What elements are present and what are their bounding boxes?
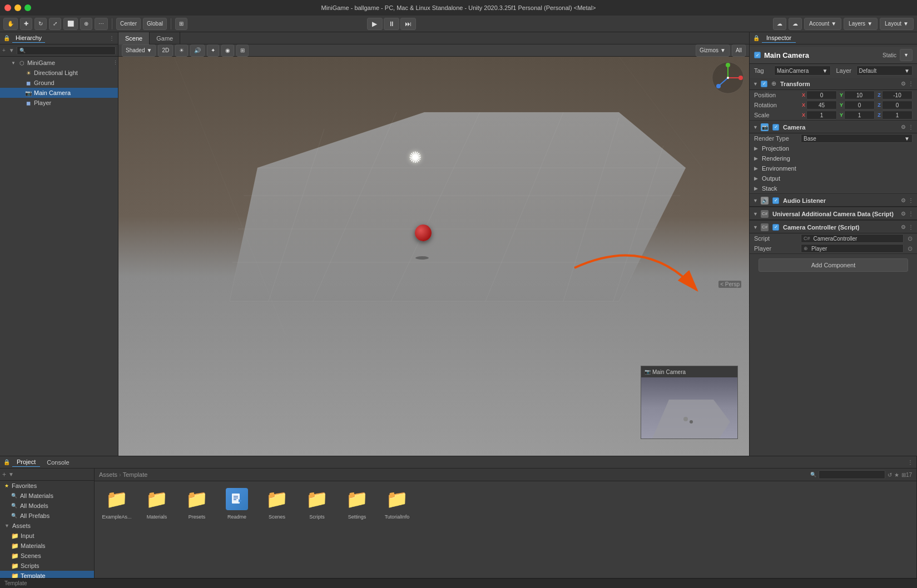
asset-settings[interactable]: 📁 Settings <box>339 486 375 520</box>
universal-header[interactable]: ▼ C# Universal Additional Camera Data (S… <box>750 208 917 220</box>
add-hierarchy-btn[interactable]: + <box>2 47 6 53</box>
project-star[interactable]: ★ <box>894 472 899 478</box>
add-component-button[interactable]: Add Component <box>759 258 908 272</box>
layers-dropdown[interactable]: Layers ▼ <box>844 18 878 30</box>
hierarchy-item-dirlight[interactable]: ☀ Directional Light <box>0 68 118 78</box>
account-dropdown[interactable]: Account ▼ <box>804 18 841 30</box>
sidebar-scenes[interactable]: 📁 Scenes <box>0 551 94 561</box>
script-field[interactable]: C# CameraController <box>801 234 904 243</box>
effects-toggle[interactable]: ✦ <box>207 44 219 57</box>
rendertype-dropdown[interactable]: Base ▼ <box>801 134 913 143</box>
asset-materials[interactable]: 📁 Materials <box>139 486 175 520</box>
scale-y-input[interactable]: 1 <box>844 111 875 119</box>
scale-z-input[interactable]: 1 <box>882 111 913 119</box>
game-tab[interactable]: Game <box>150 32 180 44</box>
sidebar-all-models[interactable]: 🔍 All Models <box>0 501 94 511</box>
project-lock-icon[interactable]: 🔒 <box>3 459 10 465</box>
inspector-tab[interactable]: Inspector <box>762 33 796 43</box>
rotation-z-input[interactable]: 0 <box>882 101 913 109</box>
collab-button[interactable]: ☁ <box>773 18 786 30</box>
rotate-tool[interactable]: ↻ <box>34 18 47 30</box>
universal-settings[interactable]: ⚙ <box>901 211 906 217</box>
transform-enabled[interactable]: ✓ <box>761 81 767 87</box>
audio-header[interactable]: ▼ 🔊 ✓ Audio Listener ⚙ ⋮ <box>750 195 917 207</box>
gameobject-active-checkbox[interactable]: ✓ <box>754 52 761 58</box>
scale-x-input[interactable]: 1 <box>806 111 837 119</box>
sidebar-template[interactable]: 📁 Template <box>0 571 94 578</box>
maximize-button[interactable] <box>24 4 31 11</box>
sidebar-all-materials[interactable]: 🔍 All Materials <box>0 491 94 501</box>
position-x-input[interactable]: 0 <box>806 91 837 99</box>
asset-presets[interactable]: 📁 Presets <box>179 486 215 520</box>
output-row[interactable]: ▶ Output <box>750 173 917 183</box>
hierarchy-tab[interactable]: Hierarchy <box>12 33 45 43</box>
inspector-lock[interactable]: 🔒 <box>753 35 760 41</box>
script-pick-btn[interactable]: ⊙ <box>908 235 913 242</box>
camera-settings[interactable]: ⚙ <box>901 124 906 130</box>
close-button[interactable] <box>4 4 11 11</box>
lighting-toggle[interactable]: ☀ <box>175 44 188 57</box>
play-button[interactable]: ▶ <box>367 18 383 30</box>
layer-dropdown[interactable]: Default ▼ <box>856 66 913 76</box>
static-dropdown[interactable]: ▼ <box>900 49 913 61</box>
sidebar-favorites[interactable]: ★ Favorites <box>0 481 94 491</box>
sidebar-materials[interactable]: 📁 Materials <box>0 541 94 551</box>
sidebar-input[interactable]: 📁 Input <box>0 531 94 541</box>
2d-toggle[interactable]: 2D <box>158 44 173 57</box>
scene-tab[interactable]: Scene <box>118 32 150 44</box>
audio-toggle[interactable]: 🔊 <box>190 44 205 57</box>
grid-tool[interactable]: ⊞ <box>175 18 187 30</box>
player-field[interactable]: ⊕ Player <box>801 244 904 253</box>
hierarchy-more[interactable]: ⋮ <box>109 35 115 41</box>
project-more[interactable]: ⋮ <box>908 459 913 465</box>
controller-settings[interactable]: ⚙ <box>901 224 906 230</box>
search-scene-btn[interactable]: All <box>732 44 746 57</box>
console-tab[interactable]: Console <box>42 458 73 467</box>
transform-header[interactable]: ▼ ✓ ⊕ Transform ⚙ ⋮ <box>750 78 917 90</box>
stack-row[interactable]: ▶ Stack <box>750 183 917 193</box>
center-toggle[interactable]: Center <box>116 18 141 30</box>
audio-enabled[interactable]: ✓ <box>772 197 779 204</box>
tag-dropdown[interactable]: MainCamera ▼ <box>774 66 831 76</box>
hierarchy-item-minigame[interactable]: ▼ ⬡ MiniGame ⋮ <box>0 58 118 68</box>
asset-readme[interactable]: Readme <box>219 486 255 520</box>
add-asset-btn[interactable]: + <box>2 471 6 479</box>
scene-hidden-toggle[interactable]: ◉ <box>221 44 234 57</box>
scale-tool[interactable]: ⤢ <box>49 18 61 30</box>
scene-viewport[interactable]: ✺ <box>118 57 749 456</box>
asset-filter-arrow[interactable]: ▼ <box>8 471 14 477</box>
project-refresh[interactable]: ↺ <box>888 472 892 478</box>
asset-scenes[interactable]: 📁 Scenes <box>259 486 295 520</box>
hierarchy-filter-arrow[interactable]: ▼ <box>9 47 14 53</box>
hand-tool[interactable]: ✋ <box>3 18 18 30</box>
hierarchy-item-ground[interactable]: ◼ Ground <box>0 78 118 88</box>
layout-dropdown[interactable]: Layout ▼ <box>880 18 914 30</box>
audio-settings[interactable]: ⚙ <box>901 197 906 203</box>
project-search-input[interactable] <box>819 470 885 479</box>
transform-more[interactable]: ⋮ <box>908 81 914 87</box>
rendering-row[interactable]: ▶ Rendering <box>750 153 917 163</box>
sidebar-assets-group[interactable]: ▼ Assets <box>0 521 94 531</box>
sidebar-all-prefabs[interactable]: 🔍 All Prefabs <box>0 511 94 521</box>
move-tool[interactable]: ✚ <box>20 18 32 30</box>
controller-enabled[interactable]: ✓ <box>772 224 779 231</box>
global-toggle[interactable]: Global <box>143 18 167 30</box>
universal-more[interactable]: ⋮ <box>908 211 914 217</box>
rect-tool[interactable]: ⬜ <box>63 18 78 30</box>
project-filter[interactable]: ⊞17 <box>901 472 912 478</box>
rotation-y-input[interactable]: 0 <box>844 101 875 109</box>
camera-enabled[interactable]: ✓ <box>772 124 779 131</box>
minimize-button[interactable] <box>14 4 21 11</box>
transform-tool[interactable]: ⊕ <box>80 18 92 30</box>
item-more-btn[interactable]: ⋮ <box>113 60 118 66</box>
project-tab[interactable]: Project <box>12 457 40 467</box>
player-pick-btn[interactable]: ⊙ <box>908 245 913 252</box>
shading-dropdown[interactable]: Shaded▼ <box>122 44 156 57</box>
controller-header[interactable]: ▼ C# ✓ Camera Controller (Script) ⚙ ⋮ <box>750 221 917 233</box>
hierarchy-item-player[interactable]: ◼ Player <box>0 98 118 108</box>
gizmos-dropdown[interactable]: Gizmos▼ <box>696 44 730 57</box>
step-button[interactable]: ⏭ <box>400 18 416 30</box>
camera-header[interactable]: ▼ 📷 ✓ Camera ⚙ ⋮ <box>750 121 917 133</box>
asset-exampleas[interactable]: 📁 ExampleAs... <box>99 486 135 520</box>
rotation-x-input[interactable]: 45 <box>806 101 837 109</box>
